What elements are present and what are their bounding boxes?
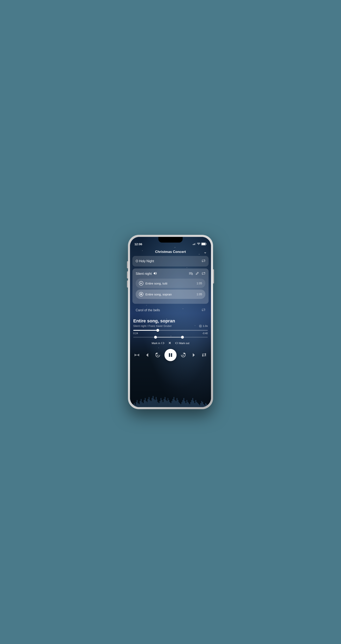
svg-point-10 [192, 274, 193, 275]
song-item-o-holy-night[interactable]: O Holy Night [132, 256, 209, 266]
signal-icon [193, 243, 196, 246]
wifi-icon [197, 243, 200, 246]
progress-section: 0:24 -0:40 [130, 328, 211, 336]
progress-remaining: -0:40 [202, 332, 208, 335]
svg-rect-2 [194, 243, 195, 245]
mark-in-label: Mark in [152, 342, 160, 345]
playback-controls: 10 10 [130, 347, 211, 364]
track-label-sopran: Entire song, sopran [145, 292, 172, 296]
svg-text:10: 10 [157, 354, 159, 356]
battery-icon [201, 242, 207, 246]
svg-marker-36 [193, 353, 195, 357]
queue-icon[interactable] [189, 272, 193, 276]
track-row-tutti[interactable]: Entire song, tutti 1:05 [136, 279, 205, 288]
repeat-button[interactable] [200, 352, 208, 359]
song-list: O Holy Night Sil [130, 256, 211, 315]
now-playing-title: Entire song, sopran [133, 318, 208, 324]
app-header-title: Christmas Concert [155, 250, 186, 254]
mark-section: Mark in ✕ Mark out [130, 339, 211, 347]
fit-button[interactable] [133, 352, 141, 359]
svg-marker-29 [146, 353, 148, 357]
status-time: 12:06 [134, 242, 142, 246]
forward-button[interactable]: 10 [180, 352, 187, 359]
progress-thumb[interactable] [156, 329, 159, 332]
svg-rect-1 [194, 244, 194, 245]
loop-fill [156, 337, 182, 338]
svg-rect-33 [171, 353, 172, 357]
play-icon-tutti [139, 281, 143, 286]
mark-out-label: Mark out [179, 342, 190, 345]
loop-clear-button[interactable]: ✕ [168, 341, 171, 345]
song-expanded-icons [189, 272, 205, 276]
speed-value: 1.0x [203, 324, 208, 328]
track-left-tutti: Entire song, tutti [139, 281, 167, 286]
svg-rect-5 [206, 243, 207, 244]
next-button[interactable] [190, 352, 197, 359]
now-playing-subtitle: Silent night / Franz Xaver Gruber [133, 324, 172, 328]
track-label-tutti: Entire song, tutti [145, 282, 167, 285]
track-row-sopran[interactable]: Entire song, sopran 1:05 [136, 290, 205, 299]
loop-thumb-right[interactable] [181, 336, 184, 338]
now-playing-section: Entire song, sopran Silent night / Franz… [130, 317, 211, 328]
track-duration-tutti: 1:05 [197, 282, 202, 285]
svg-text:10: 10 [182, 354, 184, 356]
svg-line-21 [175, 343, 177, 344]
svg-line-20 [175, 342, 177, 343]
song-item-silent-night: Silent night [132, 268, 209, 304]
track-left-sopran: Entire song, sopran [139, 292, 172, 296]
phone-screen: 12:06 [130, 237, 211, 407]
rewind-button[interactable]: 10 [154, 352, 161, 359]
chevron-down-button[interactable]: ⌄ [204, 250, 207, 254]
edit-icon[interactable] [196, 272, 199, 276]
repeat-icon-carol [202, 308, 205, 312]
svg-marker-12 [141, 282, 142, 284]
play-pause-button[interactable] [164, 349, 177, 361]
loop-thumb-left[interactable] [154, 336, 157, 338]
status-icons [193, 242, 207, 246]
app-header: Christmas Concert ⌄ [130, 247, 211, 256]
progress-times: 0:24 -0:40 [133, 332, 208, 335]
song-title-o-holy-night: O Holy Night [136, 260, 154, 263]
song-title-carol: Carol of the bells [136, 308, 160, 312]
loop-bar[interactable] [133, 337, 208, 338]
pause-icon-sopran [139, 292, 143, 296]
progress-fill [133, 330, 158, 331]
svg-rect-14 [141, 294, 142, 295]
svg-rect-32 [169, 353, 170, 357]
app-content: Christmas Concert ⌄ O Holy Night [130, 247, 211, 407]
waveform [130, 395, 211, 407]
song-item-carol[interactable]: Carol of the bells [132, 306, 209, 315]
svg-rect-6 [202, 243, 205, 245]
song-expanded-left: Silent night [136, 272, 157, 276]
repeat-icon-silent-night[interactable] [202, 272, 205, 276]
svg-line-17 [163, 343, 164, 344]
volume-icon[interactable] [153, 272, 157, 276]
svg-line-16 [163, 342, 164, 343]
mark-in-button[interactable]: Mark in [152, 342, 165, 345]
svg-rect-3 [195, 243, 196, 245]
svg-rect-0 [193, 244, 193, 245]
repeat-icon-o-holy-night [202, 259, 205, 263]
loop-section [130, 336, 211, 339]
song-title-silent-night: Silent night [136, 272, 152, 276]
svg-rect-13 [141, 294, 141, 295]
prev-button[interactable] [144, 352, 151, 359]
notch [158, 237, 183, 242]
mark-out-button[interactable]: Mark out [175, 342, 190, 345]
speed-badge[interactable]: 1.0x [199, 324, 208, 328]
track-duration-sopran: 1:05 [197, 292, 202, 296]
progress-current: 0:24 [133, 332, 138, 335]
progress-bar[interactable] [133, 330, 208, 331]
phone-frame: 12:06 [128, 235, 213, 409]
